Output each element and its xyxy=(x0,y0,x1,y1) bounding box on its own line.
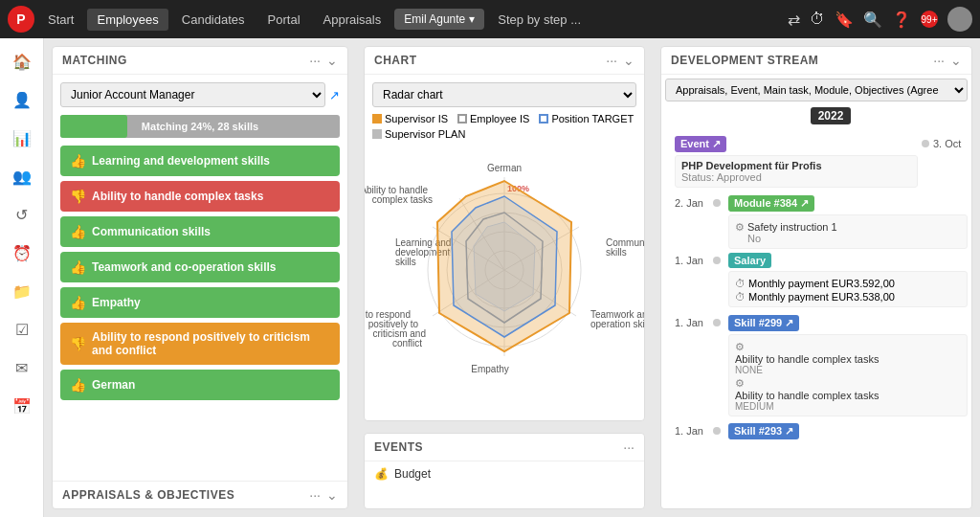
nav-candidates[interactable]: Candidates xyxy=(172,9,255,31)
app-logo[interactable]: P xyxy=(8,6,34,33)
bookmark-icon[interactable]: 🔖 xyxy=(835,11,854,29)
development-filter-select[interactable]: Appraisals, Event, Main task, Module, Ob… xyxy=(665,79,968,101)
skill-299-badge-label: Skill #299 ↗ xyxy=(734,317,793,329)
nav-portal[interactable]: Portal xyxy=(258,9,310,31)
events-header: EVENTS ··· xyxy=(365,434,644,461)
skill-card-299: ⚙ Ability to handle complex tasks NONE ⚙ xyxy=(728,334,968,416)
sidebar-icon-folder[interactable]: 📁 xyxy=(7,276,37,306)
axis-label-respond4: conflict xyxy=(392,338,422,348)
user-avatar[interactable] xyxy=(947,7,972,32)
salary-item-2: ⏱ Monthly payment EUR3.538,00 xyxy=(735,291,961,303)
salary-badge-label: Salary xyxy=(734,255,766,266)
sidebar-icon-clock[interactable]: ⏰ xyxy=(7,237,37,268)
chart-legend: Supervisor IS Employee IS Position TARGE… xyxy=(372,113,636,140)
matching-title: MATCHING xyxy=(62,54,127,67)
matching-progress-bar: Matching 24%, 28 skills xyxy=(60,115,340,138)
timeline-date-1: 3. Oct xyxy=(933,136,968,149)
skill-criticism[interactable]: 👎 Ability to respond positively to criti… xyxy=(60,323,340,365)
nav-user-menu[interactable]: Emil Agunte ▾ xyxy=(394,9,484,30)
legend-label-position-target: Position TARGET xyxy=(551,113,634,124)
matching-progress-fill xyxy=(60,115,127,138)
salary-card-container: Salary ⏱ Monthly payment EUR3.592,00 ⏱ M… xyxy=(724,253,968,311)
skill-german[interactable]: 👍 German xyxy=(60,370,340,400)
clock-icon[interactable]: ⏱ xyxy=(810,11,825,28)
module-item-label-1: Safety instruction 1 xyxy=(747,221,837,233)
skill-teamwork[interactable]: 👍 Teamwork and co-operation skills xyxy=(60,252,340,282)
nav-appraisals[interactable]: Appraisals xyxy=(314,9,391,31)
skill-293-badge[interactable]: Skill #293 ↗ xyxy=(728,423,799,439)
appraisals-collapse-icon[interactable]: ⌄ xyxy=(326,487,338,503)
sidebar-icon-home[interactable]: 🏠 xyxy=(7,46,37,77)
salary-amount-1: Monthly payment EUR3.592,00 xyxy=(748,278,895,289)
sidebar-icon-check[interactable]: ☑ xyxy=(7,314,37,345)
job-external-link-icon[interactable]: ↗ xyxy=(329,88,340,102)
skill-299-label-2: Ability to handle complex tasks xyxy=(735,390,961,401)
chart-more-icon[interactable]: ··· xyxy=(606,53,617,68)
nav-employees[interactable]: Employees xyxy=(87,9,167,31)
development-more-icon[interactable]: ··· xyxy=(933,53,945,68)
skill-293-badge-label: Skill #293 ↗ xyxy=(734,425,793,438)
job-select[interactable]: Junior Account Manager xyxy=(60,82,325,107)
matching-controls: ··· ⌄ xyxy=(309,53,338,68)
chart-collapse-icon[interactable]: ⌄ xyxy=(623,53,635,68)
gear-icon-module: ⚙ xyxy=(735,221,745,234)
nav-step-by-step[interactable]: Step by step ... xyxy=(488,9,590,31)
chevron-down-icon: ▾ xyxy=(469,12,475,26)
gear-icon-skill-2: ⚙ xyxy=(735,377,745,389)
axis-label-teamwork2: operation skills xyxy=(590,319,645,329)
development-title: DEVELOPMENT STREAM xyxy=(671,54,818,67)
skill-label-5: Empathy xyxy=(92,296,141,309)
legend-label-supervisor-plan: Supervisor PLAN xyxy=(385,128,465,140)
matching-more-icon[interactable]: ··· xyxy=(309,53,321,68)
thumbs-up-icon-5: 👍 xyxy=(70,295,86,310)
thumbs-up-icon-3: 👍 xyxy=(70,224,86,239)
notification-badge[interactable]: 99+ xyxy=(921,11,938,28)
event-budget-label[interactable]: Budget xyxy=(394,467,431,481)
module-item-val-1: No xyxy=(747,233,837,244)
sidebar-icon-chart[interactable]: 📊 xyxy=(7,123,37,153)
year-badge: 2022 xyxy=(811,107,852,124)
sidebar-icon-email[interactable]: ✉ xyxy=(7,352,37,383)
event-card: Event ↗ PHP Development für Profis Statu… xyxy=(675,136,918,191)
module-card-container: Module #384 ↗ ⚙ Safety instruction 1 No xyxy=(724,195,968,249)
sidebar-icon-history[interactable]: ↺ xyxy=(7,199,37,230)
skill-communication[interactable]: 👍 Communication skills xyxy=(60,216,340,247)
thumbs-down-icon-2: 👎 xyxy=(70,189,86,204)
skill-label-2: Ability to handle complex tasks xyxy=(92,190,263,203)
timeline-dot-3 xyxy=(713,257,721,264)
events-title: EVENTS xyxy=(374,440,423,454)
module-card-1: ⚙ Safety instruction 1 No xyxy=(728,214,968,249)
help-icon[interactable]: ❓ xyxy=(892,11,911,29)
matching-panel: MATCHING ··· ⌄ Junior Account Manager ↗ … xyxy=(52,46,348,509)
skill-complex[interactable]: 👎 Ability to handle complex tasks xyxy=(60,181,340,212)
matching-collapse-icon[interactable]: ⌄ xyxy=(326,53,338,68)
development-controls: ··· ⌄ xyxy=(933,53,962,68)
salary-badge[interactable]: Salary xyxy=(728,253,771,268)
sidebar-icon-group[interactable]: 👥 xyxy=(7,161,37,191)
timeline-row-skill-293: 1. Jan Skill #293 ↗ xyxy=(675,423,968,442)
refresh-icon[interactable]: ⇄ xyxy=(788,11,800,29)
skill-299-badge[interactable]: Skill #299 ↗ xyxy=(728,315,799,331)
thumbs-up-icon-7: 👍 xyxy=(70,377,86,393)
skill-label-4: Teamwork and co-operation skills xyxy=(92,260,277,274)
skill-learning[interactable]: 👍 Learning and development skills xyxy=(60,146,340,176)
budget-icon: 💰 xyxy=(374,467,389,481)
sidebar-icon-person[interactable]: 👤 xyxy=(7,84,37,115)
search-icon[interactable]: 🔍 xyxy=(863,11,882,29)
events-more-icon[interactable]: ··· xyxy=(623,439,635,455)
top-nav: P Start Employees Candidates Portal Appr… xyxy=(0,0,980,38)
event-badge-1[interactable]: Event ↗ xyxy=(675,136,726,152)
development-content: Appraisals, Event, Main task, Module, Ob… xyxy=(661,75,971,508)
left-sidebar: 🏠 👤 📊 👥 ↺ ⏰ 📁 ☑ ✉ 📅 xyxy=(0,38,44,517)
module-badge-1[interactable]: Module #384 ↗ xyxy=(728,195,814,212)
chart-type-select[interactable]: Radar chart xyxy=(372,82,636,107)
sidebar-icon-calendar[interactable]: 📅 xyxy=(7,391,37,421)
appraisals-more-icon[interactable]: ··· xyxy=(309,487,321,503)
radar-chart-container: German Communication skills Teamwork and… xyxy=(372,146,636,394)
development-collapse-icon[interactable]: ⌄ xyxy=(950,53,962,68)
thumbs-up-icon-4: 👍 xyxy=(70,259,86,275)
skill-299-level-2: MEDIUM xyxy=(735,401,961,412)
skill-empathy[interactable]: 👍 Empathy xyxy=(60,287,340,318)
clock-icon-salary-2: ⏱ xyxy=(735,291,746,303)
nav-start[interactable]: Start xyxy=(38,9,83,31)
